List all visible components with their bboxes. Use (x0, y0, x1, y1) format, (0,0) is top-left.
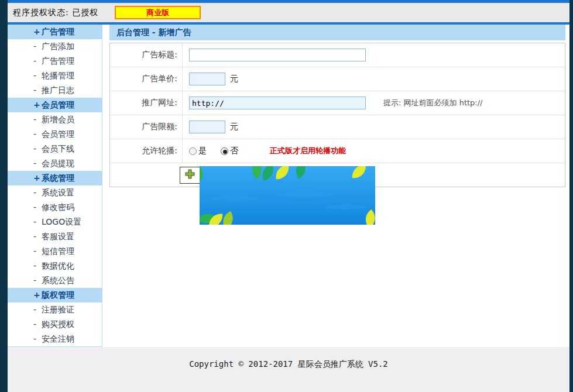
sidebar-item-change-password[interactable]: -修改密码 (8, 200, 102, 215)
form-row-ad-price: 广告单价: 元 (110, 67, 565, 91)
sidebar-item-label: 轮播管理 (42, 71, 74, 80)
sidebar-item-label: 系统公告 (42, 276, 74, 285)
expand-icon: + (33, 98, 42, 112)
license-status-text: 程序授权状态: 已授权 (13, 8, 98, 18)
dash-icon: - (33, 156, 42, 171)
main-area: +广告管理 -广告添加 -广告管理 -轮播管理 -推广日志 +会员管理 -新增会… (8, 25, 569, 347)
sidebar-item-register-verify[interactable]: -注册验证 (8, 302, 102, 317)
dash-icon: - (33, 215, 42, 229)
ad-title-label: 广告标题: (110, 43, 183, 67)
dash-icon: - (33, 229, 42, 244)
promo-url-input[interactable] (189, 97, 366, 109)
plus-icon (185, 169, 195, 181)
new-ad-form: 广告标题: 广告单价: 元 推广网址: 提示: (109, 43, 565, 187)
expand-icon: + (33, 171, 42, 185)
sidebar-header-ad-management[interactable]: +广告管理 (8, 25, 102, 39)
carousel-yes-label: 是 (198, 146, 207, 156)
dash-icon: - (33, 83, 42, 98)
dash-icon: - (33, 112, 42, 127)
sidebar-item-member-withdraw[interactable]: -会员提现 (8, 156, 102, 171)
sidebar-header-label: 会员管理 (42, 100, 74, 109)
ad-banner-image (200, 166, 375, 225)
sidebar-item-label: 会员下线 (42, 144, 74, 153)
sidebar-item-label: 安全注销 (42, 334, 74, 343)
sidebar-header-system-management[interactable]: +系统管理 (8, 171, 102, 185)
dash-icon: - (33, 68, 42, 83)
radio-checked-icon[interactable] (221, 147, 228, 155)
sidebar-item-ad-add[interactable]: -广告添加 (8, 39, 102, 54)
dash-icon: - (33, 317, 42, 332)
sidebar-menu: +广告管理 -广告添加 -广告管理 -轮播管理 -推广日志 +会员管理 -新增会… (8, 25, 102, 347)
promo-url-label: 推广网址: (110, 91, 183, 115)
sidebar-item-label: 修改密码 (42, 202, 74, 212)
sidebar-header-copyright-management[interactable]: +版权管理 (8, 288, 102, 302)
carousel-label: 允许轮播: (110, 139, 183, 163)
sidebar-item-label: 新增会员 (42, 115, 74, 124)
form-row-submit (110, 163, 565, 187)
sidebar-item-label: 推广日志 (42, 85, 74, 95)
sidebar-item-member-manage[interactable]: -会员管理 (8, 127, 102, 142)
sidebar-item-label: 购买授权 (42, 319, 74, 329)
sidebar-item-logo-settings[interactable]: -LOGO设置 (8, 215, 102, 229)
ad-price-input[interactable] (189, 73, 225, 85)
sidebar-item-label: LOGO设置 (42, 217, 81, 226)
sidebar-item-member-add[interactable]: -新增会员 (8, 112, 102, 127)
sidebar-header-member-management[interactable]: +会员管理 (8, 98, 102, 112)
sidebar-item-label: 广告管理 (42, 56, 74, 66)
carousel-note: 正式版才启用轮播功能 (270, 146, 346, 156)
content-panel: 后台管理 - 新增广告 广告标题: 广告单价: 元 推广网址: (109, 25, 565, 347)
dash-icon: - (33, 39, 42, 54)
sidebar-header-label: 广告管理 (42, 27, 74, 36)
page-wrapper: 程序授权状态: 已授权 商业版 +广告管理 -广告添加 -广告管理 -轮播管理 … (8, 0, 569, 392)
sidebar-item-safe-logout[interactable]: -安全注销 (8, 332, 102, 346)
dash-icon: - (33, 185, 42, 200)
sidebar-item-label: 系统设置 (42, 188, 74, 197)
ad-price-label: 广告单价: (110, 67, 183, 91)
ad-title-input[interactable] (189, 49, 366, 61)
sidebar-item-label: 广告添加 (42, 42, 74, 51)
page-title: 后台管理 - 新增广告 (109, 25, 565, 40)
dash-icon: - (33, 127, 42, 142)
add-submit-button[interactable] (180, 167, 200, 184)
ad-limit-input[interactable] (189, 121, 225, 133)
carousel-radio-no[interactable]: 否 (221, 146, 238, 156)
dash-icon: - (33, 244, 42, 259)
form-row-ad-limit: 广告限额: 元 (110, 115, 565, 139)
sidebar-header-label: 版权管理 (42, 290, 74, 300)
radio-unchecked-icon[interactable] (189, 147, 197, 155)
sidebar-item-system-settings[interactable]: -系统设置 (8, 185, 102, 200)
page-footer: Copyright © 2012-2017 星际会员推广系统 V5.2 (8, 347, 569, 392)
edition-button[interactable]: 商业版 (115, 6, 201, 19)
sidebar-item-ad-manage[interactable]: -广告管理 (8, 54, 102, 68)
sidebar-item-promo-log[interactable]: -推广日志 (8, 83, 102, 98)
form-row-carousel: 允许轮播: 是 否 正式版才启用轮播功能 (110, 139, 565, 163)
carousel-no-label: 否 (230, 146, 238, 156)
dash-icon: - (33, 142, 42, 156)
dash-icon: - (33, 259, 42, 273)
dash-icon: - (33, 302, 42, 317)
sidebar-item-carousel-manage[interactable]: -轮播管理 (8, 68, 102, 83)
sidebar-item-label: 会员提现 (42, 159, 74, 168)
sidebar-item-label: 客服设置 (42, 232, 74, 241)
sidebar-item-label: 数据优化 (42, 261, 74, 270)
expand-icon: + (33, 25, 42, 39)
sidebar-item-label: 短信管理 (42, 246, 74, 256)
sidebar-item-purchase-license[interactable]: -购买授权 (8, 317, 102, 332)
dash-icon: - (33, 200, 42, 215)
sidebar-item-data-optimize[interactable]: -数据优化 (8, 259, 102, 273)
carousel-radio-yes[interactable]: 是 (189, 146, 207, 156)
form-row-promo-url: 推广网址: 提示: 网址前面必须加 http:// (110, 91, 565, 115)
ad-limit-unit: 元 (230, 122, 238, 132)
ad-price-unit: 元 (230, 74, 238, 84)
dash-icon: - (33, 54, 42, 68)
expand-icon: + (33, 288, 42, 302)
copyright-text: Copyright © 2012-2017 星际会员推广系统 V5.2 (189, 359, 388, 369)
sidebar-item-label: 会员管理 (42, 129, 74, 139)
form-row-ad-title: 广告标题: (110, 43, 565, 67)
sidebar-item-sms-manage[interactable]: -短信管理 (8, 244, 102, 259)
sidebar-header-label: 系统管理 (42, 173, 74, 183)
sidebar-item-system-notice[interactable]: -系统公告 (8, 273, 102, 288)
sidebar-item-member-downline[interactable]: -会员下线 (8, 142, 102, 156)
dash-icon: - (33, 273, 42, 288)
sidebar-item-service-settings[interactable]: -客服设置 (8, 229, 102, 244)
